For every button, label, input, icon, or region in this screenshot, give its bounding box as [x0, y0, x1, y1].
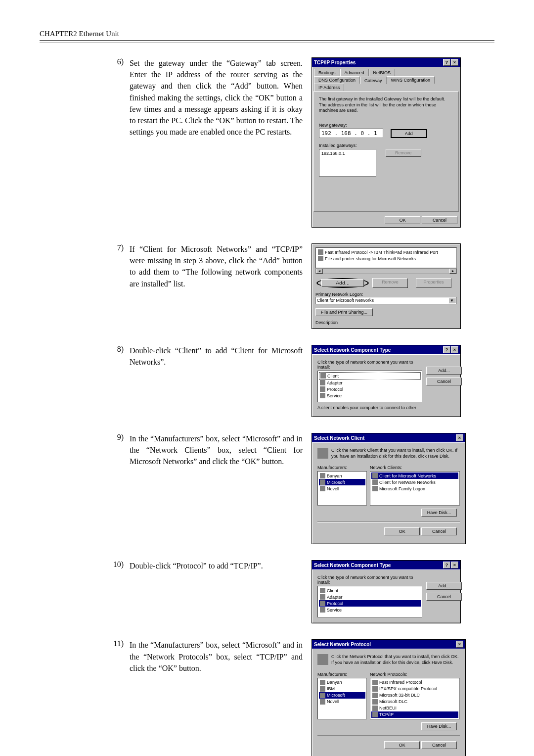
mfg-icon [320, 699, 325, 705]
proto-ipxspx[interactable]: IPX/SPX-compatible Protocol [371, 686, 458, 692]
snc-cancel-button[interactable]: Cancel [421, 527, 457, 535]
proto-fastir[interactable]: Fast Infrared Protocol [371, 679, 458, 686]
proto-32dlc[interactable]: Microsoft 32-bit DLC [371, 692, 458, 699]
step-11-text: In the “Manufacturers” box, select “Micr… [130, 639, 312, 674]
tab-advanced[interactable]: Advanced [340, 69, 369, 76]
step-9-row: 9) In the “Manufacturers” box, select “M… [40, 433, 494, 544]
snp-title: Select Network Protocol [314, 642, 371, 647]
protocol-icon [372, 686, 378, 692]
close-icon[interactable]: × [451, 562, 458, 568]
protocol-icon [320, 386, 325, 392]
installed-gw-item[interactable]: 192.168.0.1 [320, 150, 375, 156]
mfg2-ibm[interactable]: IBM [319, 686, 365, 692]
type2-adapter[interactable]: Adapter [319, 594, 421, 600]
protocol-icon [372, 699, 378, 705]
sct2-add-button[interactable]: Add... [426, 582, 462, 590]
component-fastir[interactable]: Fast Infrared Protocol -> IBM ThinkPad F… [317, 249, 455, 255]
sct-cancel-button[interactable]: Cancel [426, 378, 462, 385]
sct2-title: Select Network Component Type [314, 563, 391, 568]
proto-netbeui[interactable]: NetBEUI [371, 705, 458, 711]
step-10-row: 10) Double-click “Protocol” to add “TCP/… [40, 560, 494, 623]
tcpip-cancel-button[interactable]: Cancel [422, 216, 457, 224]
client-icon [372, 473, 378, 478]
type-protocol[interactable]: Protocol [319, 386, 421, 392]
snp-ok-button[interactable]: OK [384, 741, 420, 749]
mfg-banyan[interactable]: Banyan [319, 472, 365, 479]
protocol-large-icon [317, 654, 328, 665]
help-icon[interactable]: ? [443, 562, 450, 568]
mfg-icon [320, 680, 325, 685]
scroll-left-icon[interactable]: ◄ [316, 269, 323, 274]
sct2-titlebar: Select Network Component Type ?× [312, 561, 460, 569]
component-fileprint[interactable]: File and printer sharing for Microsoft N… [317, 255, 455, 262]
step-11-row: 11) In the “Manufacturers” box, select “… [40, 639, 494, 756]
scrollbar[interactable]: ◄► [315, 268, 457, 274]
gateway-add-button[interactable]: Add [391, 129, 427, 138]
gateway-remove-button[interactable]: Remove [386, 149, 421, 157]
close-icon[interactable]: × [456, 641, 463, 648]
snc-title: Select Network Client [314, 435, 364, 441]
snp-prompt: Click the Network Protocol that you want… [331, 654, 460, 665]
service-icon [320, 393, 325, 398]
close-icon[interactable]: × [456, 434, 463, 441]
mfg-label: Manufacturers: [317, 465, 367, 470]
tab-wins[interactable]: WINS Configuration [387, 76, 435, 84]
network-add-button[interactable]: Add... [321, 279, 364, 287]
tab-netbios[interactable]: NetBIOS [369, 69, 396, 76]
tab-dns[interactable]: DNS Configuration [314, 76, 360, 84]
service-icon [320, 607, 325, 613]
proto-dlc[interactable]: Microsoft DLC [371, 699, 458, 705]
tab-bindings[interactable]: Bindings [314, 69, 340, 76]
mfg-icon [320, 479, 325, 485]
new-gateway-label: New gateway: [319, 123, 453, 128]
protocol-icon [320, 601, 325, 606]
snc-prompt: Click the Network Client that you want t… [331, 448, 460, 459]
chevron-down-icon[interactable]: ▼ [448, 298, 455, 303]
tcpip-ok-button[interactable]: OK [385, 216, 420, 224]
scroll-right-icon[interactable]: ► [449, 269, 456, 274]
sct-title: Select Network Component Type [314, 347, 391, 353]
step-7-num: 7) [40, 243, 130, 252]
protocol-icon [372, 712, 378, 717]
tcpip-title: TCP/IP Properties [314, 60, 356, 65]
protocol-icon [372, 693, 378, 698]
mfg-icon [320, 693, 325, 698]
type2-service[interactable]: Service [319, 607, 421, 613]
client-familylogon[interactable]: Microsoft Family Logon [371, 485, 458, 492]
proto-tcpip[interactable]: TCP/IP [371, 711, 458, 718]
sct2-cancel-button[interactable]: Cancel [426, 593, 462, 601]
new-gateway-input[interactable]: 192 . 168 . 0 . 1 [319, 129, 383, 138]
primary-logon-combo[interactable]: Client for Microsoft Networks ▼ [315, 297, 457, 304]
mfg2-banyan[interactable]: Banyan [319, 679, 365, 686]
step-10-text: Double-click “Protocol” to add “TCP/IP”. [130, 560, 312, 571]
close-icon[interactable]: × [451, 59, 458, 66]
mfg-icon [320, 473, 325, 478]
mfg2-microsoft[interactable]: Microsoft [319, 692, 365, 699]
network-properties-button[interactable]: Properties [416, 278, 451, 288]
snp-cancel-button[interactable]: Cancel [421, 741, 457, 749]
tab-gateway[interactable]: Gateway [360, 77, 387, 84]
type2-protocol[interactable]: Protocol [319, 600, 421, 607]
have-disk-button[interactable]: Have Disk... [421, 509, 457, 517]
clients-label: Network Clients: [370, 465, 460, 470]
have-disk-button-2[interactable]: Have Disk... [421, 722, 457, 730]
file-print-sharing-button[interactable]: File and Print Sharing... [315, 308, 373, 316]
mfg-microsoft[interactable]: Microsoft [319, 479, 365, 485]
mfg2-novell[interactable]: Novell [319, 699, 365, 705]
client-netware[interactable]: Client for NetWare Networks [371, 479, 458, 485]
type-adapter[interactable]: Adapter [319, 379, 421, 386]
type-client[interactable]: Client [319, 372, 421, 379]
mfg-novell[interactable]: Novell [319, 485, 365, 492]
adapter-icon [320, 380, 325, 385]
close-icon[interactable]: × [451, 346, 458, 353]
snc-ok-button[interactable]: OK [384, 527, 420, 535]
sct-add-button[interactable]: Add... [426, 367, 462, 375]
network-remove-button[interactable]: Remove [372, 278, 408, 288]
client-msnetworks[interactable]: Client for Microsoft Networks [371, 472, 458, 479]
help-icon[interactable]: ? [443, 346, 450, 353]
help-icon[interactable]: ? [443, 59, 450, 66]
tab-ipaddress[interactable]: IP Address [314, 84, 344, 91]
sct-footer: A client enables your computer to connec… [317, 405, 422, 410]
type2-client[interactable]: Client [319, 587, 421, 594]
type-service[interactable]: Service [319, 392, 421, 399]
